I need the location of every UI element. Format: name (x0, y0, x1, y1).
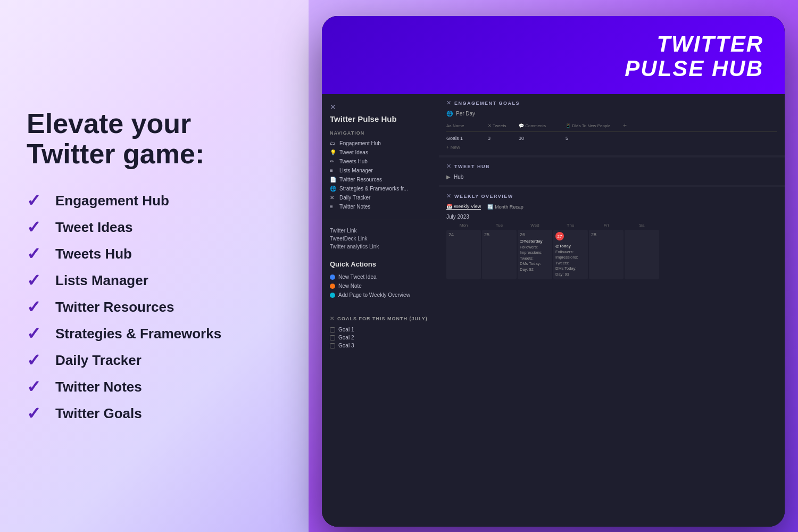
action-dot (330, 293, 335, 298)
nav-item[interactable]: ✏ Tweets Hub (330, 157, 431, 166)
nav-item[interactable]: ≡ Twitter Notes (330, 202, 431, 211)
sidebar-close-icon[interactable]: ✕ (330, 103, 336, 111)
cal-day-27: 27 @Today Followers: Impressions: Tweets… (553, 230, 588, 279)
action-dot (330, 275, 335, 280)
nav-item[interactable]: ≡ Lists Manager (330, 166, 431, 175)
feature-label: Tweet Ideas (55, 219, 132, 236)
cal-day-26: 26 @Yesterday Followers: Impressions: Tw… (518, 230, 552, 279)
cal-wed-header: Wed (518, 223, 552, 228)
checkmark-icon: ✓ (27, 377, 46, 397)
goal-item[interactable]: Goal 1 (330, 326, 431, 334)
nav-item-icon: 📄 (330, 177, 336, 182)
goal-item[interactable]: Goal 3 (330, 342, 431, 350)
month-label: July 2023 (446, 214, 777, 220)
feature-label: Tweets Hub (55, 246, 132, 262)
app-title-line2: Pulse Hub (625, 56, 763, 81)
action-item[interactable]: Add Page to Weekly Overview (330, 290, 431, 300)
checkbox-icon (330, 327, 335, 332)
weekly-x-icon: ✕ (446, 193, 451, 200)
app-title-line1: Twitter (625, 32, 763, 56)
feature-label: Twitter Notes (55, 379, 142, 395)
nav-item-label: Lists Manager (339, 168, 373, 173)
nav-item[interactable]: 🗂 Engagement Hub (330, 139, 431, 148)
headline-line2: Twitter game: (27, 138, 204, 169)
link-item[interactable]: TweetDeck Link (330, 235, 431, 243)
action-label: Add Page to Weekly Overview (338, 292, 410, 298)
nav-item[interactable]: 💡 Tweet Ideas (330, 148, 431, 157)
nav-item-label: Daily Tracker (339, 195, 370, 201)
feature-item: ✓ Twitter Notes (27, 377, 282, 397)
feature-item: ✓ Daily Tracker (27, 350, 282, 370)
page-title-bar: ✕ Twitter Pulse Hub (322, 94, 439, 126)
quick-actions-section: Quick Actions New Tweet Idea New Note Ad… (322, 255, 439, 305)
feature-item: ✓ Twitter Goals (27, 403, 282, 423)
checkmark-icon: ✓ (27, 403, 46, 423)
action-dot (330, 284, 335, 289)
app-title: Twitter Pulse Hub (625, 32, 763, 81)
nav-item-icon: ≡ (330, 204, 336, 210)
cal-sat-header: Sa (625, 223, 659, 228)
cal-tue-header: Tue (482, 223, 517, 228)
cal-thu-header: Thu (553, 223, 588, 228)
cal-mon-header: Mon (446, 223, 481, 228)
main-content: ✕ ENGAGEMENT GOALS 🌐 Per Day Aa Name (439, 94, 785, 527)
nav-item-icon: ✏ (330, 159, 336, 164)
tab-weekly-view[interactable]: 📅 Weekly View (446, 204, 481, 210)
goal-label: Goal 3 (338, 343, 354, 348)
goal-label: Goal 2 (338, 335, 354, 340)
app-header: Twitter Pulse Hub (322, 16, 785, 94)
nav-label: NAVIGATION (330, 130, 431, 136)
engagement-section-title: ENGAGEMENT GOALS (454, 101, 520, 106)
checkmark-icon: ✓ (27, 323, 46, 344)
nav-item[interactable]: 📄 Twitter Resources (330, 175, 431, 184)
feature-label: Twitter Goals (55, 405, 142, 422)
nav-item-label: Twitter Resources (339, 177, 382, 182)
nav-item[interactable]: 🌐 Strategies & Frameworks fr... (330, 184, 431, 193)
sidebar: ✕ Twitter Pulse Hub NAVIGATION 🗂 Engagem… (322, 94, 439, 527)
tablet-frame: Twitter Pulse Hub ✕ Twitter Pulse Hub NA… (322, 16, 785, 527)
add-column-icon[interactable]: + (623, 122, 627, 129)
nav-item-icon: 🌐 (330, 186, 336, 192)
checkmark-icon: ✓ (27, 244, 46, 264)
feature-list: ✓ Engagement Hub ✓ Tweet Ideas ✓ Tweets … (27, 190, 282, 423)
nav-item-label: Engagement Hub (339, 140, 381, 146)
goals-x-icon: ✕ (330, 315, 334, 321)
add-new-button[interactable]: + New (446, 145, 777, 150)
tab-month-recap[interactable]: 🔄 Month Recap (487, 204, 523, 210)
weekly-overview-block: ✕ WEEKLY OVERVIEW 📅 Weekly View 🔄 (439, 187, 785, 527)
action-item[interactable]: New Tweet Idea (330, 272, 431, 281)
feature-item: ✓ Twitter Resources (27, 297, 282, 317)
feature-label: Engagement Hub (55, 193, 169, 209)
checkmark-icon: ✓ (27, 217, 46, 237)
weekly-section-title: WEEKLY OVERVIEW (454, 194, 513, 199)
col-tweets-header: ✕ Tweets (488, 122, 514, 129)
link-item[interactable]: Twitter analytics Link (330, 243, 431, 251)
links-section: Twitter LinkTweetDeck LinkTwitter analyt… (322, 220, 439, 255)
feature-label: Strategies & Frameworks (55, 326, 221, 342)
action-item[interactable]: New Note (330, 281, 431, 290)
goals-tweets-cell: 3 (488, 136, 514, 141)
checkbox-icon (330, 335, 335, 340)
right-panel: Twitter Pulse Hub ✕ Twitter Pulse Hub NA… (309, 0, 798, 532)
nav-item-label: Tweet Ideas (339, 149, 368, 155)
engagement-goals-block: ✕ ENGAGEMENT GOALS 🌐 Per Day Aa Name (439, 94, 785, 155)
feature-item: ✓ Strategies & Frameworks (27, 323, 282, 344)
checkmark-icon: ✓ (27, 270, 46, 290)
nav-item-label: Tweets Hub (339, 159, 368, 164)
col-dms-header: 📱 DMs To New People (566, 122, 619, 129)
checkbox-icon (330, 343, 335, 348)
link-item[interactable]: Twitter Link (330, 227, 431, 235)
month-tab-label: Month Recap (495, 204, 523, 210)
headline-line1: Elevate your (27, 108, 191, 139)
feature-item: ✓ Tweet Ideas (27, 217, 282, 237)
nav-item[interactable]: ✕ Daily Tracker (330, 193, 431, 202)
cal-day-24: 24 (446, 230, 481, 279)
goals-title: GOALS FOR THIS MONTH (JULY) (337, 316, 428, 321)
goal-item[interactable]: Goal 2 (330, 334, 431, 342)
calendar-row: 24 25 26 @Yesterday Followers: (446, 230, 777, 279)
nav-item-icon: ✕ (330, 195, 336, 201)
content-area: ✕ Twitter Pulse Hub NAVIGATION 🗂 Engagem… (322, 94, 785, 527)
feature-label: Daily Tracker (55, 352, 142, 369)
feature-label: Lists Manager (55, 272, 148, 289)
left-panel: Elevate your Twitter game: ✓ Engagement … (0, 0, 309, 532)
